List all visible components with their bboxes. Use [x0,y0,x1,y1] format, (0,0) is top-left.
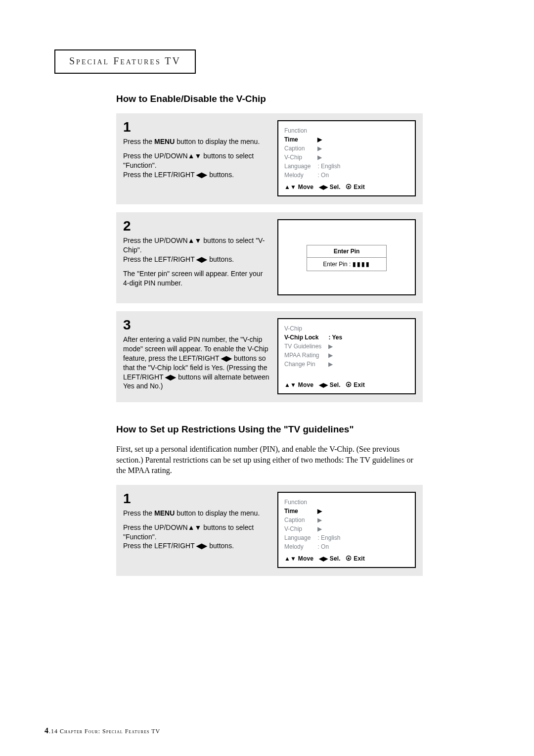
section-b-step-1-number: 1 [123,492,269,506]
chapter-title-word3: TV [165,55,181,66]
hint-move: ▲▼ Move [284,555,313,562]
page-footer-label: Chapter Four: Special Features TV [60,728,160,735]
enter-pin-value-row: Enter Pin : ▮▮▮▮ [307,258,386,271]
hint-exit: ⦿ Exit [346,184,365,190]
hint-move: ▲▼ Move [284,381,313,388]
step-1-p2: Press the UP/DOWN▲▼ buttons to select "F… [123,151,269,170]
step-1-number: 1 [123,120,269,134]
step-3-text: 3 After entering a valid PIN number, the… [123,318,269,394]
tv-menu-heading: Function [284,126,409,135]
tv-row-melody: Melody [284,171,317,180]
pin-bars-icon: ▮▮▮▮ [353,261,370,268]
tv-menu-heading: Function [284,498,409,507]
chapter-header-box: Special Features TV [54,49,196,74]
tv-footer-hints: ▲▼ Move ◀▶ Sel. ⦿ Exit [284,554,409,563]
menu-word: MENU [154,509,175,517]
hint-exit: ⦿ Exit [346,555,365,562]
section-b-step-1-p2: Press the UP/DOWN▲▼ buttons to select "F… [123,523,269,542]
tv-menu-table: Time▶ Caption▶ V-Chip▶ Language: English… [284,507,340,551]
hint-sel: ◀▶ Sel. [319,184,341,190]
tv-row-melody: Melody [284,542,317,551]
hint-sel: ◀▶ Sel. [319,555,341,562]
tv-row-language: Language [284,162,317,171]
tv-row-time: Time [284,135,317,144]
step-1-text: 1 Press the MENU button to display the m… [123,120,269,196]
tv-row-vchip: V-Chip [284,153,317,162]
step-block-1: 1 Press the MENU button to display the m… [116,113,423,204]
left-right-icon: ◀▶ [196,542,207,550]
tv-menu-table: Time▶ Caption▶ V-Chip▶ Language: English… [284,135,340,180]
step-2-p2: Press the LEFT/RIGHT ◀▶ buttons. [123,255,269,264]
section-b-heading: How to Set up Restrictions Using the "TV… [116,424,423,435]
tv-row-language: Language [284,533,317,542]
tv-row-caption: Caption [284,516,317,524]
section-b-step-1-p3: Press the LEFT/RIGHT ◀▶ buttons. [123,541,269,551]
up-down-icon: ▲▼ [188,152,202,160]
tv-row-tvguidelines: TV Guidelines [284,342,328,351]
left-right-icon: ◀▶ [196,255,207,263]
tv-footer-hints: ▲▼ Move ◀▶ Sel. ⦿ Exit [284,380,409,389]
content-column: How to Enable/Disable the V-Chip 1 Press… [116,94,423,576]
hint-move: ▲▼ Move [284,184,313,190]
page-number-sub: .14 [49,728,58,735]
step-2-text: 2 Press the UP/DOWN▲▼ buttons to select … [123,219,269,295]
enter-pin-box: Enter Pin Enter Pin : ▮▮▮▮ [307,245,387,271]
tv-row-caption: Caption [284,144,317,153]
tv-menu-table: V-Chip Lock: Yes TV Guidelines▶ MPAA Rat… [284,333,342,369]
tv-menu-heading: V-Chip [284,324,409,333]
left-right-icon: ◀▶ [165,373,176,381]
tv-row-time: Time [284,507,317,516]
section-b-step-1-p1: Press the MENU button to display the men… [123,509,269,518]
page-number-main: 4 [44,726,49,735]
page: Special Features TV How to Enable/Disabl… [0,0,534,756]
step-block-3: 3 After entering a valid PIN number, the… [116,311,423,402]
up-down-icon: ▲▼ [188,523,202,531]
section-b-step-block-1: 1 Press the MENU button to display the m… [116,485,423,576]
tv-row-lock: V-Chip Lock [284,333,328,342]
up-down-icon: ▲▼ [188,236,202,244]
left-right-icon: ◀▶ [196,171,207,179]
tv-footer-hints: ▲▼ Move ◀▶ Sel. ⦿ Exit [284,183,409,191]
tv-row-vchip: V-Chip [284,524,317,533]
step-2-number: 2 [123,219,269,233]
step-block-2: 2 Press the UP/DOWN▲▼ buttons to select … [116,212,423,303]
step-1-p3: Press the LEFT/RIGHT ◀▶ buttons. [123,170,269,180]
section-b-step-1-text: 1 Press the MENU button to display the m… [123,492,269,568]
section-b-intro: First, set up a personal identification … [116,444,423,476]
tv-row-changepin: Change Pin [284,360,328,369]
section-b-step-1-tv: Function Time▶ Caption▶ V-Chip▶ Language… [277,492,416,568]
left-right-icon: ◀▶ [221,354,232,362]
hint-exit: ⦿ Exit [346,381,365,388]
step-1-tv: Function Time▶ Caption▶ V-Chip▶ Language… [277,120,416,196]
chapter-title-word1: Special [69,55,109,66]
section-a-heading: How to Enable/Disable the V-Chip [116,94,423,104]
enter-pin-title: Enter Pin [307,245,386,258]
step-3-number: 3 [123,318,269,332]
step-2-p1: Press the UP/DOWN▲▼ buttons to select "V… [123,236,269,255]
chapter-title-word2: Features [113,55,161,66]
step-2-p3: The "Enter pin" screen will appear. Ente… [123,269,269,288]
menu-word: MENU [154,138,175,145]
step-1-p1: Press the MENU button to display the men… [123,137,269,146]
step-3-paragraph: After entering a valid PIN number, the "… [123,335,269,391]
chapter-title: Special Features TV [69,55,181,66]
step-3-tv: V-Chip V-Chip Lock: Yes TV Guidelines▶ M… [277,318,416,394]
hint-sel: ◀▶ Sel. [319,381,341,388]
tv-row-mpaa: MPAA Rating [284,351,328,360]
step-2-tv: Enter Pin Enter Pin : ▮▮▮▮ [277,219,416,295]
page-footer: 4.14 Chapter Four: Special Features TV [44,726,160,735]
